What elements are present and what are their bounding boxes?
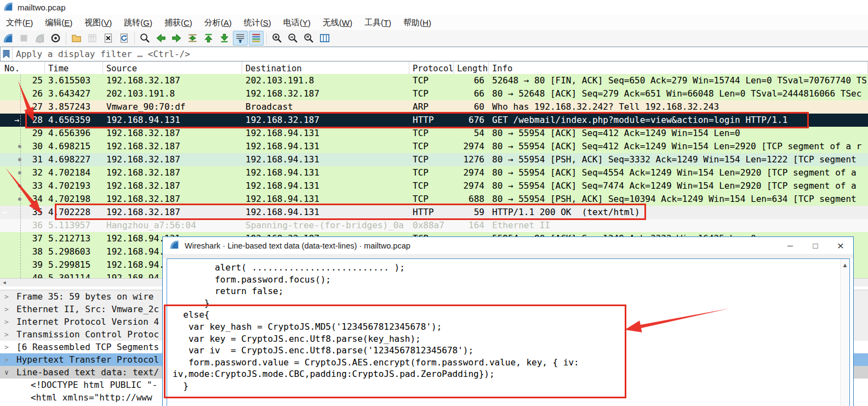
column-header-no[interactable]: No.	[0, 62, 45, 75]
related-packet-dot	[18, 158, 21, 161]
menu-V[interactable]: 视图(V)	[78, 15, 118, 30]
go-forward-icon[interactable]	[169, 31, 184, 46]
auto-scroll-icon[interactable]	[233, 31, 248, 46]
column-header-destination[interactable]: Destination	[242, 62, 409, 75]
packet-info: 80 → 55954 [PSH, ACK] Seq=3332 Ack=1249 …	[489, 153, 868, 166]
packet-row-25[interactable]: 253.615503192.168.32.187202.103.191.8TCP…	[0, 74, 868, 87]
expander-down-icon[interactable]: ∨	[0, 368, 16, 376]
packet-length: 676	[454, 114, 489, 127]
packet-row-31[interactable]: 314.698227192.168.32.187192.168.94.131TC…	[0, 153, 868, 166]
http-line-based-text: alert( .......................... ); for…	[167, 259, 841, 406]
packet-destination: 192.168.94.131	[242, 127, 409, 140]
menu-C[interactable]: 捕获(C)	[158, 15, 198, 30]
zoom-out-icon[interactable]	[285, 31, 300, 46]
column-header-protocol[interactable]: Protocol	[409, 62, 454, 75]
packet-info: Ethernet II	[489, 219, 868, 232]
maximize-button[interactable]: □	[803, 237, 828, 254]
packet-time: 3.857243	[45, 100, 103, 114]
resize-columns-icon[interactable]	[317, 31, 332, 46]
code-line-2: return false;	[173, 285, 838, 297]
filter-bookmark-icon[interactable]	[1, 47, 13, 61]
menu-S[interactable]: 统计(S)	[238, 15, 277, 30]
dialog-titlebar[interactable]: Wireshark · Line-based text data (data-t…	[163, 237, 853, 254]
capture-options-icon[interactable]	[48, 31, 63, 46]
zoom-original-icon[interactable]	[301, 31, 316, 46]
packet-row-36[interactable]: 365.113957Hangzhou_a7:56:04Spanning-tree…	[0, 219, 868, 232]
expander-right-icon[interactable]: >	[0, 356, 16, 364]
packet-row-26[interactable]: 263.643427202.103.191.8192.168.32.187TCP…	[0, 87, 868, 100]
go-to-packet-icon[interactable]	[185, 31, 200, 46]
packet-info: 80 → 55954 [ACK] Seq=7474 Ack=1249 Win=1…	[489, 179, 868, 193]
related-packet-dot	[18, 145, 21, 148]
expander-right-icon[interactable]: >	[0, 318, 16, 326]
close-button[interactable]: ×	[828, 237, 853, 254]
file-close-icon[interactable]	[101, 31, 116, 46]
column-header-source[interactable]: Source	[103, 62, 242, 75]
dialog-vertical-scrollbar[interactable]: ▲	[840, 259, 849, 406]
expander-right-icon[interactable]: >	[0, 330, 16, 339]
go-back-icon[interactable]	[153, 31, 168, 46]
packet-no: 40	[0, 272, 45, 278]
menu-F[interactable]: 文件(F)	[0, 15, 39, 30]
packet-no: 39	[0, 258, 45, 272]
menu-T[interactable]: 工具(T)	[358, 15, 397, 30]
packet-time: 5.113957	[45, 219, 103, 232]
menu-E[interactable]: 编辑(E)	[39, 15, 78, 30]
go-last-icon[interactable]	[217, 31, 232, 46]
reload-icon[interactable]	[117, 31, 132, 46]
menu-W[interactable]: 无线(W)	[317, 15, 358, 30]
packet-row-29[interactable]: 294.656396192.168.32.187192.168.94.131TC…	[0, 127, 868, 140]
packet-source: Hangzhou_a7:56:04	[103, 219, 242, 232]
packet-row-34[interactable]: 344.702198192.168.32.187192.168.94.131TC…	[0, 193, 868, 206]
column-header-time[interactable]: Time	[45, 62, 103, 75]
packet-row-27[interactable]: 273.857243Vmware_90:70:dfBroadcastARP60W…	[0, 100, 868, 114]
scroll-left-button[interactable]: ◄	[0, 279, 9, 286]
scroll-up-icon[interactable]: ▲	[841, 259, 849, 268]
code-line-0: alert( .......................... );	[173, 262, 838, 274]
code-line-8: form.password.value = CryptoJS.AES.encry…	[173, 357, 838, 369]
packet-row-33[interactable]: 334.702193192.168.32.187192.168.94.131TC…	[0, 179, 868, 193]
packet-row-32[interactable]: 324.702184192.168.32.187192.168.94.131TC…	[0, 166, 868, 179]
packet-destination: Broadcast	[242, 100, 409, 114]
packet-row-35[interactable]: 35←4.702228192.168.32.187192.168.94.131H…	[0, 206, 868, 219]
packet-length: 164	[454, 219, 489, 232]
expander-right-icon[interactable]: >	[0, 292, 16, 301]
file-save-icon[interactable]	[85, 31, 100, 46]
packet-row-28[interactable]: 28→4.656359192.168.94.131192.168.32.187H…	[0, 114, 868, 127]
packet-row-30[interactable]: 304.698215192.168.32.187192.168.94.131TC…	[0, 140, 868, 153]
code-line-1: form.password.focus();	[173, 274, 838, 286]
packet-destination: Spanning-tree-(for-bridges)_0a	[242, 219, 409, 232]
detail-text: <!DOCTYPE html PUBLIC "-	[16, 380, 157, 390]
wireshark-start-icon[interactable]	[1, 31, 15, 46]
packet-length: 2974	[454, 179, 489, 193]
menu-H[interactable]: 帮助(H)	[397, 15, 437, 30]
packet-time: 4.702228	[45, 206, 103, 219]
current-packet-arrow-icon: →	[14, 114, 19, 127]
menu-Y[interactable]: 电话(Y)	[277, 15, 317, 30]
dialog-text-area[interactable]: alert( .......................... ); for…	[167, 258, 850, 406]
capture-restart-icon[interactable]	[32, 31, 47, 46]
display-filter-input[interactable]: Apply a display filter … <Ctrl-/>	[0, 47, 868, 61]
file-open-icon[interactable]	[69, 31, 84, 46]
packet-protocol: HTTP	[409, 206, 454, 219]
menu-G[interactable]: 跳转(G)	[118, 15, 158, 30]
menu-A[interactable]: 分析(A)	[198, 15, 238, 30]
packet-time: 5.299815	[45, 258, 103, 272]
packet-length: 66	[454, 87, 489, 100]
column-header-info[interactable]: Info	[489, 62, 868, 75]
minimize-button[interactable]: ─	[778, 237, 803, 254]
packet-source: 192.168.32.187	[103, 74, 242, 87]
packet-protocol: TCP	[409, 179, 454, 193]
packet-protocol: TCP	[409, 127, 454, 140]
column-header-length[interactable]: Length	[454, 62, 489, 75]
expander-right-icon[interactable]: >	[0, 305, 16, 313]
go-first-icon[interactable]	[201, 31, 216, 46]
packet-protocol: 0x88a7	[409, 219, 454, 232]
related-packet-dot	[18, 198, 21, 201]
expander-right-icon[interactable]: >	[0, 343, 16, 351]
zoom-in-icon[interactable]	[270, 31, 284, 46]
find-packet-icon[interactable]	[138, 31, 152, 46]
colorize-icon[interactable]	[249, 31, 264, 46]
capture-stop-icon[interactable]	[16, 31, 31, 46]
packet-protocol: TCP	[409, 193, 454, 206]
